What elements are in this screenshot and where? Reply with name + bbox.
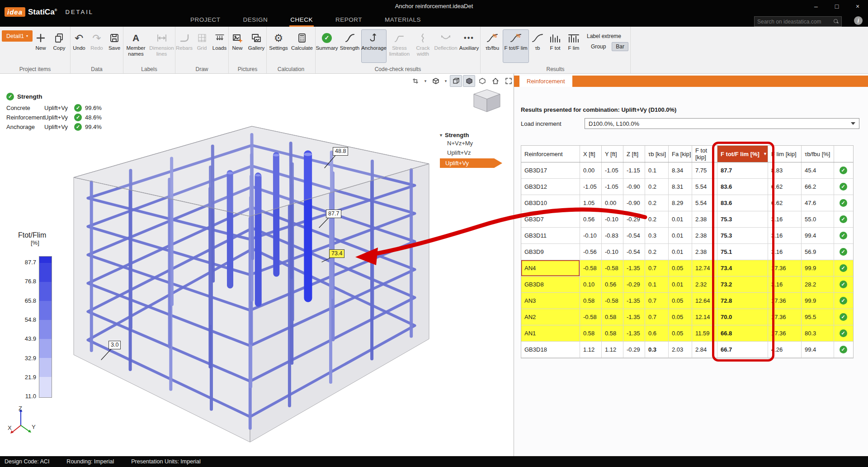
maximize-button[interactable]: □: [826, 0, 847, 13]
view-mode-icon[interactable]: [429, 75, 442, 87]
status-design-code: Design Code: ACI: [5, 458, 49, 465]
menu-materials[interactable]: MATERIALS: [384, 14, 422, 27]
grid-button[interactable]: Grid: [193, 29, 211, 63]
label-extreme-bar-button[interactable]: Bar: [612, 42, 628, 51]
loads-button[interactable]: Loads: [211, 29, 228, 63]
stress-limitation-button[interactable]: Stress limitation: [387, 29, 412, 63]
gallery-button[interactable]: Gallery: [246, 29, 266, 63]
sort-desc-icon: ▼: [763, 152, 767, 156]
redo-icon: ↷: [92, 31, 101, 45]
col-ftot-flim-sorted[interactable]: F tot/F lim [%] ▼: [717, 146, 768, 162]
check-icon: ✓: [6, 93, 14, 100]
col-y[interactable]: Y [ft]: [602, 146, 623, 162]
table-row[interactable]: AN10.580.58-1.350.60.0511.5966.817.3680.…: [521, 325, 853, 342]
deflection-button[interactable]: Deflection: [434, 29, 458, 63]
table-cell: 12.14: [692, 309, 717, 325]
col-tb[interactable]: τb [ksi]: [645, 146, 669, 162]
solid-view-icon[interactable]: [463, 75, 475, 87]
label-extreme-group-button[interactable]: Group: [587, 42, 610, 51]
search-icon[interactable]: [834, 19, 839, 24]
menu-report[interactable]: REPORT: [335, 14, 363, 27]
ftot-result-button[interactable]: F tot: [546, 29, 564, 63]
table-row[interactable]: GB3D80.100.56-0.290.10.012.3273.23.1628.…: [521, 276, 853, 293]
close-button[interactable]: ×: [847, 0, 868, 13]
col-reinforcement[interactable]: Reinforcement: [521, 146, 580, 162]
table-row[interactable]: AN4-0.58-0.58-1.350.70.0512.7473.417.369…: [521, 260, 853, 276]
table-row[interactable]: GB3D70.56-0.10-0.290.20.012.3875.33.1655…: [521, 211, 853, 228]
table-row[interactable]: GB3D101.050.00-0.900.28.295.5483.66.6247…: [521, 195, 853, 211]
fit-view-icon[interactable]: [502, 75, 514, 87]
save-button[interactable]: Save: [106, 29, 123, 63]
tree-item-upliftvz[interactable]: Uplift+Vz: [440, 148, 508, 157]
flim-result-button[interactable]: F lim: [565, 29, 583, 63]
menu-check[interactable]: CHECK: [289, 14, 314, 27]
tb-fbu-result-button[interactable]: % τb/fbu: [482, 29, 502, 63]
col-status[interactable]: [834, 146, 852, 162]
table-row[interactable]: GB3D9-0.56-0.10-0.540.20.012.3875.13.165…: [521, 244, 853, 260]
table-row[interactable]: GB3D181.121.12-0.290.32.032.8466.74.2699…: [521, 342, 853, 358]
strength-button[interactable]: Strength: [339, 29, 361, 63]
new-picture-button[interactable]: New: [229, 29, 246, 63]
menu-design[interactable]: DESIGN: [242, 14, 269, 27]
legend-row: ConcreteUplift+Vy ✓99.6%: [6, 104, 108, 112]
table-row[interactable]: AN30.58-0.58-1.350.70.0512.6472.817.3699…: [521, 293, 853, 309]
table-cell: 3.16: [768, 211, 802, 227]
new-project-item-button[interactable]: New: [32, 29, 50, 63]
tree-item-nvzmy[interactable]: N+Vz+My: [440, 138, 508, 148]
check-icon: ✓: [74, 114, 82, 121]
home-view-icon[interactable]: [489, 75, 501, 87]
table-row[interactable]: GB3D11-0.10-0.83-0.540.30.012.3875.33.16…: [521, 228, 853, 244]
chevron-down-icon[interactable]: ▾: [443, 75, 449, 87]
settings-button[interactable]: ⚙ Settings: [268, 29, 289, 63]
table-cell: GB3D10: [521, 195, 580, 211]
crack-width-button[interactable]: Crack width: [412, 29, 434, 63]
redo-button[interactable]: ↷Redo: [88, 29, 105, 63]
table-row[interactable]: AN2-0.580.58-1.350.70.0512.1470.017.3695…: [521, 309, 853, 325]
info-icon[interactable]: i: [854, 16, 863, 25]
ribbon-group-calculation: ⚙ Settings Calculate Calculation: [267, 27, 316, 73]
search-box: [754, 16, 842, 27]
table-row[interactable]: GB3D12-1.05-1.05-0.900.28.315.5483.66.62…: [521, 179, 853, 195]
undo-button[interactable]: ↶Undo: [71, 29, 88, 63]
col-ftot[interactable]: F tot [kip]: [692, 146, 717, 162]
table-cell: 66.8: [717, 325, 768, 341]
minimize-button[interactable]: –: [806, 0, 826, 13]
calculate-button[interactable]: Calculate: [290, 29, 314, 63]
tb-result-button[interactable]: τb: [529, 29, 546, 63]
table-cell: 83.6: [717, 179, 768, 195]
status-cell: ✓: [834, 342, 852, 357]
section-cut-icon[interactable]: [409, 75, 421, 87]
viewport-3d[interactable]: ✓ Strength ConcreteUplift+Vy ✓99.6% Rein…: [0, 74, 514, 456]
transparent-view-icon[interactable]: [476, 75, 488, 87]
chevron-down-icon[interactable]: ▾: [422, 75, 429, 87]
tab-reinforcement[interactable]: Reinforcement: [519, 76, 572, 87]
col-tbfbu[interactable]: τb/fbu [%]: [802, 146, 834, 162]
table-row[interactable]: GB3D170.00-1.05-1.150.18.347.7587.78.834…: [521, 162, 853, 179]
table-cell: 8.83: [768, 162, 802, 178]
ftot-flim-result-button[interactable]: % F tot/F lim: [503, 29, 529, 63]
rebars-button[interactable]: Rebars: [176, 29, 193, 63]
col-flim[interactable]: F lim [kip]: [768, 146, 802, 162]
chevron-down-icon: [851, 122, 855, 125]
tree-node-strength[interactable]: ▾ Strength: [440, 132, 508, 138]
table-cell: 3.16: [768, 228, 802, 243]
col-z[interactable]: Z [ft]: [623, 146, 645, 162]
auxiliary-button[interactable]: ••• Auxiliary: [458, 29, 480, 63]
load-increment-dropdown[interactable]: D100.0%, L100.0%: [585, 118, 859, 129]
member-names-button[interactable]: A Member names: [124, 29, 148, 63]
col-x[interactable]: X [ft]: [580, 146, 602, 162]
navigation-cube[interactable]: [470, 87, 504, 114]
dimension-lines-button[interactable]: Dimension lines: [149, 29, 175, 63]
result-label-3d: 48.8: [333, 147, 348, 156]
check-icon: ✓: [74, 123, 82, 131]
panel-tab-strip: Reinforcement: [514, 76, 868, 87]
perspective-view-icon[interactable]: [450, 75, 462, 87]
pass-check-icon: ✓: [840, 329, 847, 337]
anchorage-button[interactable]: Anchorage: [361, 29, 387, 63]
tree-item-upliftvy-selected[interactable]: Uplift+Vy: [440, 158, 502, 168]
summary-button[interactable]: ✓ Summary: [316, 29, 338, 63]
menu-project[interactable]: PROJECT: [189, 14, 222, 27]
col-fa[interactable]: Fa [kip]: [669, 146, 692, 162]
copy-project-item-button[interactable]: Copy: [50, 29, 68, 63]
search-input[interactable]: [755, 19, 834, 25]
